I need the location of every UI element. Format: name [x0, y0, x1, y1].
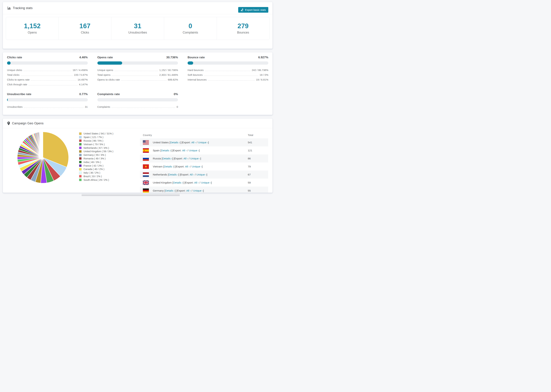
details-link[interactable]: Details › — [162, 157, 172, 160]
country-name: Spain [ — [153, 149, 161, 152]
dotted-leader — [31, 80, 77, 81]
rate-panel-bounce-rate: Bounce rate6.927%Hard bounces242 / 86.73… — [188, 56, 268, 87]
bracket-text: ] — [202, 165, 203, 168]
rate-progress-fill — [7, 98, 8, 101]
country-cell: Netherlands [Details ›] [Export: All › /… — [143, 170, 207, 179]
total-cell: 59 — [248, 179, 251, 187]
country-name: Vietnam [ — [153, 165, 164, 168]
geo-countries-table: Country Total United States [Details ›] … — [140, 132, 268, 193]
rate-title: Complaints rate — [97, 92, 120, 96]
rate-detail-row: Hard bounces242 / 86.738% — [188, 68, 268, 72]
geo-table-header: Country Total — [140, 132, 268, 138]
rate-title: Opens rate — [97, 56, 113, 59]
country-cell: Vietnam [Details ›] [Export: All › / Uni… — [143, 162, 203, 170]
legend-item: France ( 42 / 2% ) — [79, 164, 113, 168]
details-link[interactable]: Details › — [164, 165, 174, 168]
rates-grid: Clicks rate4.46%Unique clicks167 / 4.456… — [3, 52, 272, 111]
detail-value: 2,303 / 61.446% — [159, 73, 178, 76]
geo-country-row-de: Germany [Details ›] [Export: All › / Uni… — [140, 187, 268, 193]
slash-text: / — [196, 141, 198, 144]
export-all-link[interactable]: All › — [194, 181, 199, 184]
dotted-leader — [204, 76, 258, 76]
stat-card-complaints: 0Complaints — [164, 17, 217, 40]
export-unique-link[interactable]: Unique › — [201, 181, 211, 184]
legend-item: South Africa ( 29 / 2% ) — [79, 178, 113, 182]
rate-header: Unsubscribe rate0.77% — [7, 92, 88, 96]
bracket-text: ] [Export: — [175, 189, 186, 192]
bar-chart-icon — [7, 6, 11, 10]
detail-label: Opens to clicks rate — [97, 78, 120, 81]
detail-label: Internal bounces — [188, 78, 206, 81]
dotted-leader — [205, 71, 251, 71]
export-all-link[interactable]: All › — [190, 173, 194, 176]
export-unique-link[interactable]: Unique › — [190, 157, 200, 160]
detail-label: Unique clicks — [7, 69, 22, 71]
legend-item: Russia ( 86 / 5% ) — [79, 139, 113, 143]
detail-label: Total opens — [97, 73, 111, 76]
details-link[interactable]: Details › — [165, 189, 175, 192]
legend-label: United Kingdom ( 59 / 3% ) — [84, 150, 113, 153]
detail-label: Soft bounces — [188, 73, 203, 76]
export-unique-link[interactable]: Unique › — [198, 141, 208, 144]
stat-value: 31 — [134, 22, 141, 30]
export-unique-link[interactable]: Unique › — [192, 165, 202, 168]
rate-detail-rows: Unique clicks167 / 4.456%Total clicks220… — [7, 68, 88, 87]
stat-card-opens: 1,152Opens — [6, 17, 59, 40]
geo-country-row-gb: United Kingdom [Details ›] [Export: All … — [140, 179, 268, 187]
export-all-link[interactable]: All › — [185, 165, 190, 168]
details-link[interactable]: Details › — [173, 181, 183, 184]
rate-value: 30.736% — [166, 56, 178, 59]
detail-value: 242 / 86.738% — [252, 69, 268, 71]
details-link[interactable]: Details › — [170, 141, 180, 144]
rate-header: Bounce rate6.927% — [188, 56, 268, 59]
export-unique-link[interactable]: Unique › — [189, 149, 199, 152]
total-cell: 55 — [248, 187, 251, 193]
rate-value: 6.927% — [258, 56, 268, 59]
export-basic-stats-button[interactable]: Export basic stats — [238, 7, 268, 13]
export-all-link[interactable]: All › — [191, 141, 196, 144]
dotted-leader — [21, 76, 73, 76]
geo-country-row-ru: Russia [Details ›] [Export: All › / Uniq… — [140, 154, 268, 162]
export-unique-link[interactable]: Unique › — [193, 189, 203, 192]
detail-value: 167 / 4.456% — [72, 69, 88, 71]
country-name: Russia [ — [153, 157, 162, 160]
flag-icon-de — [143, 189, 149, 193]
export-all-link[interactable]: All › — [184, 157, 188, 160]
bracket-text: ] [Export: — [174, 165, 185, 168]
export-unique-link[interactable]: Unique › — [197, 173, 206, 176]
legend-item: Netherlands ( 67 / 4% ) — [79, 146, 113, 150]
export-icon — [240, 8, 243, 11]
legend-swatch — [79, 150, 82, 153]
country-cell: Russia [Details ›] [Export: All › / Uniq… — [143, 154, 201, 162]
geo-opens-legend: United States ( 541 / 31% )Spain ( 121 /… — [79, 132, 113, 182]
stat-value: 279 — [238, 22, 249, 30]
rate-detail-rows: Hard bounces242 / 86.738%Soft bounces18 … — [188, 68, 268, 82]
legend-label: India ( 46 / 3% ) — [84, 161, 101, 163]
export-all-link[interactable]: All › — [182, 149, 187, 152]
stat-label: Bounces — [237, 31, 249, 34]
legend-label: France ( 42 / 2% ) — [84, 164, 103, 167]
legend-item: United Kingdom ( 59 / 3% ) — [79, 150, 113, 153]
rate-detail-row: Opens to clicks rate689.82% — [97, 77, 178, 82]
stat-value: 1,152 — [24, 22, 41, 30]
details-link[interactable]: Details › — [169, 173, 178, 176]
flag-icon-gb — [143, 181, 149, 185]
detail-label: Hard bounces — [188, 69, 204, 71]
legend-label: Germany ( 55 / 3% ) — [84, 154, 106, 156]
flag-icon-vn — [143, 164, 149, 169]
rate-detail-row: Unique clicks167 / 4.456% — [7, 68, 88, 72]
total-cell: 121 — [248, 147, 252, 154]
rate-header: Opens rate30.736% — [97, 56, 178, 59]
legend-swatch — [79, 154, 82, 156]
stat-card-bounces: 279Bounces — [217, 17, 269, 40]
legend-label: Netherlands ( 67 / 4% ) — [84, 147, 109, 149]
stat-value: 0 — [189, 22, 192, 30]
export-all-link[interactable]: All › — [186, 189, 191, 192]
map-marker-icon — [7, 122, 10, 125]
horizontal-scrollbar-thumb[interactable] — [82, 194, 180, 196]
rate-detail-row: Total opens2,303 / 61.446% — [97, 72, 178, 77]
bracket-text: ] [Export: — [172, 157, 184, 160]
dotted-leader — [23, 71, 71, 71]
summary-stats-row: 1,152Opens167Clicks31Unsubscribes0Compla… — [6, 17, 269, 40]
details-link[interactable]: Details › — [161, 149, 171, 152]
